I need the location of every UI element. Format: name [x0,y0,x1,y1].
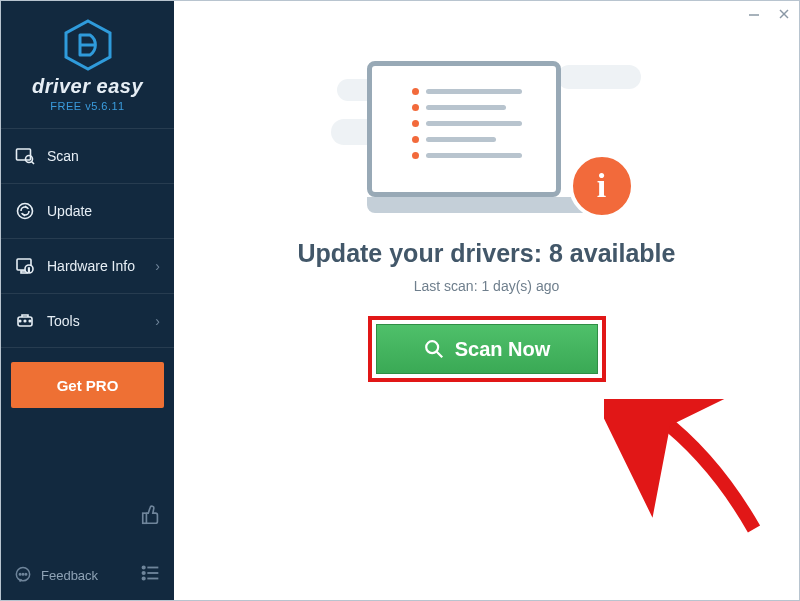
sidebar: driver easy FREE v5.6.11 Scan [1,1,174,600]
scan-illustration: i [337,39,637,213]
svg-point-19 [19,573,21,575]
svg-point-28 [426,341,438,353]
hardware-info-icon: i [15,256,35,276]
headline-suffix: available [563,239,676,267]
headline-prefix: Update your drivers: [298,239,549,267]
app-window: driver easy FREE v5.6.11 Scan [0,0,800,601]
sidebar-item-update[interactable]: Update [1,183,174,238]
sidebar-footer: Feedback [1,494,174,600]
sidebar-item-hardware-info[interactable]: i Hardware Info › [1,238,174,293]
svg-point-14 [19,320,21,322]
thumbs-up-icon[interactable] [140,504,162,530]
tools-icon [15,311,35,331]
get-pro-label: Get PRO [57,377,119,394]
svg-point-20 [22,573,24,575]
version-text: FREE v5.6.11 [50,100,124,112]
chevron-right-icon: › [155,313,160,329]
svg-point-21 [25,573,26,575]
svg-rect-5 [17,149,31,160]
scan-icon [15,146,35,166]
feedback-icon [13,565,33,585]
search-icon [423,338,445,360]
sidebar-item-label: Hardware Info [47,258,135,274]
feedback-button[interactable]: Feedback [13,565,98,585]
svg-line-29 [436,352,442,358]
menu-list-icon[interactable] [140,562,162,588]
chevron-right-icon: › [155,258,160,274]
app-logo-icon [60,17,116,73]
available-count: 8 [549,239,563,267]
update-icon [15,201,35,221]
svg-point-24 [142,572,144,574]
svg-point-16 [29,320,31,322]
sidebar-item-label: Scan [47,148,79,164]
svg-text:i: i [28,267,29,273]
scan-now-button[interactable]: Scan Now [376,324,598,374]
sidebar-nav: Scan Update i [1,128,174,348]
scan-highlight-box: Scan Now [368,316,606,382]
sidebar-item-label: Tools [47,313,80,329]
info-badge-icon: i [569,153,635,219]
svg-point-26 [142,577,144,579]
annotation-arrow-icon [604,399,764,559]
brand-text: driver easy [32,75,143,98]
last-scan-text: Last scan: 1 day(s) ago [414,278,560,294]
svg-point-6 [26,156,33,163]
svg-rect-17 [143,513,147,523]
svg-point-15 [24,320,26,322]
sidebar-item-label: Update [47,203,92,219]
sidebar-item-tools[interactable]: Tools › [1,293,174,348]
svg-point-22 [142,566,144,568]
logo-area: driver easy FREE v5.6.11 [1,1,174,120]
headline: Update your drivers: 8 available [298,239,676,268]
main-pane: i Update your drivers: 8 available Last … [174,1,799,600]
sidebar-item-scan[interactable]: Scan [1,128,174,183]
get-pro-button[interactable]: Get PRO [11,362,164,408]
svg-line-7 [32,162,35,165]
feedback-label: Feedback [41,568,98,583]
svg-point-8 [18,204,33,219]
scan-now-label: Scan Now [455,338,551,361]
